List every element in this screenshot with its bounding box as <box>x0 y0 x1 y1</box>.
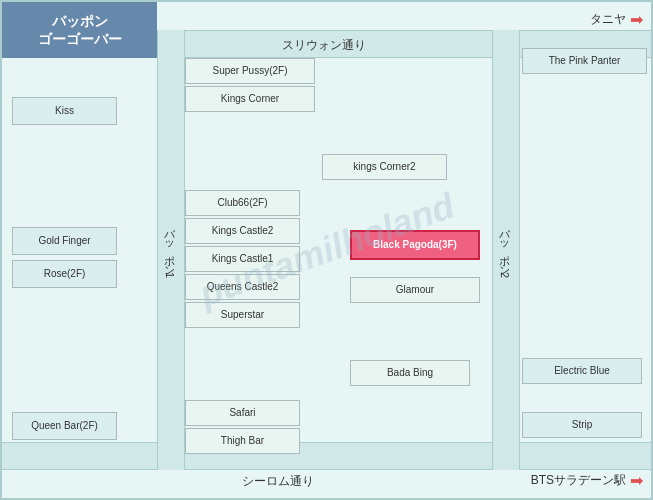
venue-safari[interactable]: Safari <box>185 400 300 426</box>
venue-strip[interactable]: Strip <box>522 412 642 438</box>
logo-box: バッポンゴーゴーバー <box>2 2 157 58</box>
tanya-arrow-icon: ➡ <box>630 10 643 29</box>
bottom-road-label: シーロム通り <box>242 473 314 490</box>
venue-queens-castle2[interactable]: Queens Castle2 <box>185 274 300 300</box>
venue-queen-bar[interactable]: Queen Bar(2F) <box>12 412 117 440</box>
venue-kings-castle2[interactable]: Kings Castle2 <box>185 218 300 244</box>
venue-super-pussy[interactable]: Super Pussy(2F) <box>185 58 315 84</box>
venue-kings-corner2[interactable]: kings Corner2 <box>322 154 447 180</box>
logo-text: バッポンゴーゴーバー <box>38 12 122 48</box>
venue-electric-blue[interactable]: Electric Blue <box>522 358 642 384</box>
patpong1-label: バッポン1 <box>162 222 177 278</box>
map-container: puntamilholand スリウォン通り シーロム通り タニヤ ➡ BTSサ… <box>0 0 653 500</box>
venue-gold-finger[interactable]: Gold Finger <box>12 227 117 255</box>
bts-arrow-icon: ➡ <box>630 471 643 490</box>
venue-thigh-bar[interactable]: Thigh Bar <box>185 428 300 454</box>
bottom-road <box>2 442 651 470</box>
venue-kiss[interactable]: Kiss <box>12 97 117 125</box>
bts-arrow-label: BTSサラデーン駅 ➡ <box>531 471 643 490</box>
bts-label: BTSサラデーン駅 <box>531 472 626 489</box>
patpong2-label: バッポン2 <box>497 222 512 278</box>
top-road-label: スリウォン通り <box>282 37 366 54</box>
venue-superstar[interactable]: Superstar <box>185 302 300 328</box>
venue-the-pink-panter[interactable]: The Pink Panter <box>522 48 647 74</box>
tanya-arrow-label: タニヤ ➡ <box>590 10 643 29</box>
tanya-label: タニヤ <box>590 11 626 28</box>
venue-black-pagoda[interactable]: Black Pagoda(3F) <box>350 230 480 260</box>
venue-bada-bing[interactable]: Bada Bing <box>350 360 470 386</box>
venue-kings-corner[interactable]: Kings Corner <box>185 86 315 112</box>
venue-glamour[interactable]: Glamour <box>350 277 480 303</box>
venue-club66[interactable]: Club66(2F) <box>185 190 300 216</box>
venue-kings-castle1[interactable]: Kings Castle1 <box>185 246 300 272</box>
venue-rose-2f[interactable]: Rose(2F) <box>12 260 117 288</box>
